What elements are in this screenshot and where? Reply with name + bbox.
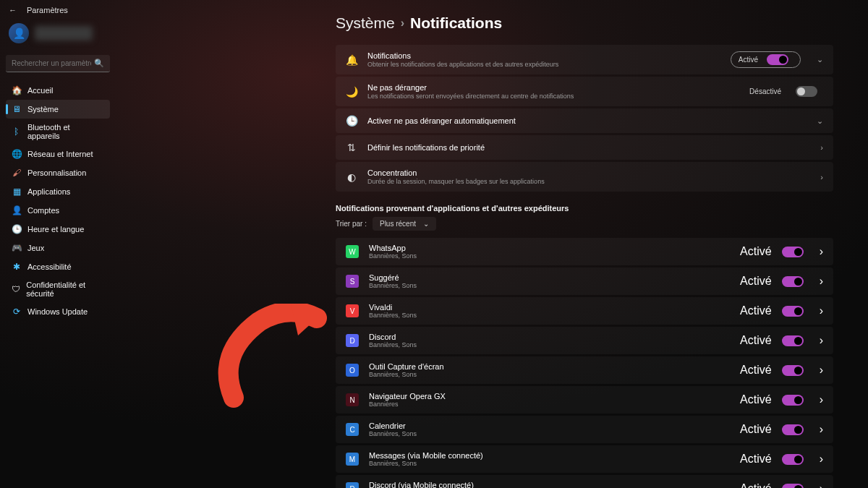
toggle-switch[interactable] (782, 365, 804, 376)
setting-card-0[interactable]: 🔔 NotificationsObtenir les notifications… (336, 45, 833, 74)
search-box[interactable]: 🔍 (6, 55, 110, 72)
user-name-blurred (35, 26, 93, 40)
toggle-switch[interactable] (796, 86, 817, 97)
toggle-status: Activé (739, 56, 758, 64)
app-row-messages-via-mobile-connect-[interactable]: M Messages (via Mobile connecté)Bannière… (336, 445, 833, 473)
app-subtitle: Bannières, Sons (369, 282, 730, 289)
toggle-switch[interactable] (782, 306, 804, 317)
sidebar-item-syst-me[interactable]: 🖥Système (6, 100, 110, 119)
app-name: Calendrier (369, 421, 730, 430)
app-subtitle: Bannières (369, 401, 730, 408)
app-icon: N (346, 393, 359, 406)
toggle-switch[interactable] (782, 395, 804, 406)
breadcrumb-current: Notifications (410, 14, 502, 32)
app-row-discord[interactable]: D DiscordBannières, Sons Activé › (336, 327, 833, 354)
nav-icon: 🏠 (12, 85, 22, 95)
app-row-calendrier[interactable]: C CalendrierBannières, Sons Activé › (336, 416, 833, 443)
nav-list: 🏠Accueil🖥SystèmeᛒBluetooth et appareils🌐… (0, 81, 116, 321)
nav-icon: 🛡 (12, 284, 20, 294)
app-status: Activé (740, 334, 772, 347)
toggle-pill[interactable]: Activé (731, 51, 801, 68)
app-status: Activé (740, 275, 772, 288)
toggle-switch[interactable] (782, 276, 804, 287)
app-icon: D (346, 482, 359, 488)
nav-label: Confidentialité et sécurité (26, 281, 104, 298)
chevron-right-icon: › (820, 364, 823, 377)
app-row-sugg-r-[interactable]: S SuggéréBannières, Sons Activé › (336, 267, 833, 295)
nav-icon: 🖥 (12, 104, 22, 114)
nav-label: Système (27, 105, 59, 114)
chevron-right-icon: › (820, 245, 823, 258)
chevron-icon: › (820, 173, 823, 181)
search-icon: 🔍 (94, 59, 104, 68)
nav-icon: ᛒ (12, 127, 22, 137)
app-icon: O (346, 364, 359, 377)
nav-icon: 🕒 (12, 224, 22, 234)
user-profile[interactable]: 👤 (0, 20, 116, 52)
sort-dropdown[interactable]: Plus récent ⌄ (373, 217, 436, 231)
nav-label: Jeux (27, 244, 44, 252)
toggle-switch[interactable] (767, 54, 788, 65)
chevron-right-icon: › (820, 304, 823, 317)
nav-label: Bluetooth et appareils (27, 123, 104, 140)
sidebar-item-jeux[interactable]: 🎮Jeux (6, 239, 110, 257)
app-status: Activé (740, 423, 772, 436)
sidebar-item-r-seau-et-internet[interactable]: 🌐Réseau et Internet (6, 145, 110, 163)
sidebar-item-accueil[interactable]: 🏠Accueil (6, 81, 110, 100)
sidebar-item-accessibilit-[interactable]: ✱Accessibilité (6, 257, 110, 276)
app-subtitle: Bannières, Sons (369, 341, 730, 348)
app-row-vivaldi[interactable]: V VivaldiBannières, Sons Activé › (336, 297, 833, 325)
app-status: Activé (740, 304, 772, 317)
setting-card-4[interactable]: ◐ ConcentrationDurée de la session, masq… (336, 162, 833, 192)
nav-icon: ▦ (12, 187, 22, 197)
app-status: Activé (740, 482, 772, 488)
section-header: Notifications provenant d'applications e… (336, 194, 833, 217)
sidebar-item-heure-et-langue[interactable]: 🕒Heure et langue (6, 220, 110, 239)
toggle-switch[interactable] (782, 247, 804, 257)
app-name: Navigateur Opera GX (369, 392, 730, 401)
toggle-switch[interactable] (782, 424, 804, 435)
nav-icon: 👤 (12, 205, 22, 215)
toggle-switch[interactable] (782, 335, 804, 346)
app-icon: D (346, 334, 359, 347)
toggle-switch[interactable] (782, 484, 804, 489)
app-subtitle: Bannières, Sons (369, 430, 730, 437)
nav-label: Heure et langue (27, 225, 84, 234)
sort-label: Trier par : (336, 220, 367, 228)
sidebar-item-bluetooth-et-appareils[interactable]: ᛒBluetooth et appareils (6, 119, 110, 145)
card-icon: ◐ (346, 171, 357, 183)
setting-card-3[interactable]: ⇅ Définir les notifications de priorité› (336, 135, 833, 160)
card-icon: ⇅ (346, 142, 357, 153)
app-name: Vivaldi (369, 303, 730, 312)
app-row-outil-capture-d-cran[interactable]: O Outil Capture d'écranBannières, Sons A… (336, 356, 833, 384)
sidebar-item-applications[interactable]: ▦Applications (6, 182, 110, 201)
app-row-discord-via-mobile-connect-[interactable]: D Discord (via Mobile connecté)Bannières… (336, 475, 833, 488)
app-row-navigateur-opera-gx[interactable]: N Navigateur Opera GXBannières Activé › (336, 386, 833, 414)
chevron-right-icon: › (820, 423, 823, 436)
card-subtitle: Les notifications seront envoyées direct… (367, 93, 739, 100)
toggle-switch[interactable] (782, 454, 804, 465)
app-icon: V (346, 304, 359, 317)
nav-icon: 🌐 (12, 149, 22, 159)
sidebar-item-comptes[interactable]: 👤Comptes (6, 201, 110, 220)
app-icon: S (346, 275, 359, 288)
app-name: Discord (via Mobile connecté) (369, 481, 730, 488)
breadcrumb-parent[interactable]: Système (336, 14, 395, 32)
back-button[interactable]: ← (9, 6, 17, 14)
setting-card-1[interactable]: 🌙 Ne pas dérangerLes notifications seron… (336, 77, 833, 106)
nav-label: Personnalisation (27, 168, 86, 177)
app-icon: C (346, 423, 359, 436)
sidebar-item-confidentialit-et-s-curit-[interactable]: 🛡Confidentialité et sécurité (6, 276, 110, 302)
window-title: Paramètres (27, 6, 68, 14)
setting-card-2[interactable]: 🕒 Activer ne pas déranger automatiquemen… (336, 108, 833, 133)
chevron-icon: › (820, 143, 823, 152)
sidebar-item-personnalisation[interactable]: 🖌Personnalisation (6, 163, 110, 182)
chevron-right-icon: › (820, 393, 823, 406)
nav-icon: ⟳ (12, 307, 22, 317)
card-subtitle: Durée de la session, masquer les badges … (367, 178, 810, 185)
toggle-status: Désactivé (749, 87, 781, 95)
nav-label: Accueil (27, 86, 53, 95)
nav-icon: 🖌 (12, 168, 22, 178)
sidebar-item-windows-update[interactable]: ⟳Windows Update (6, 302, 110, 321)
app-row-whatsapp[interactable]: W WhatsAppBannières, Sons Activé › (336, 238, 833, 265)
